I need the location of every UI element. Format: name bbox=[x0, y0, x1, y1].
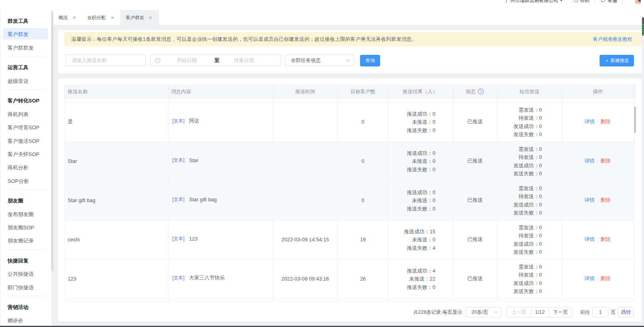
svg-text:?: ? bbox=[576, 0, 577, 2]
svg-text:?: ? bbox=[480, 89, 482, 94]
